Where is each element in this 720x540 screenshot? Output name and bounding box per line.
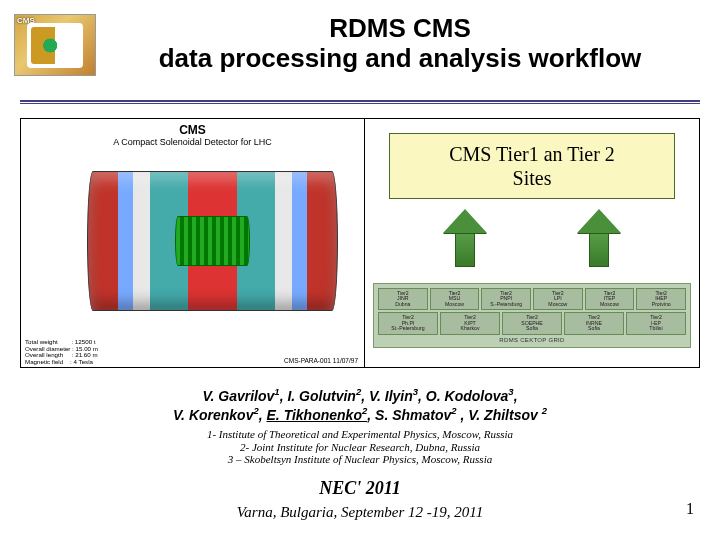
cms-logo: CMS bbox=[14, 14, 96, 76]
affiliations: 1- Institute of Theoretical and Experime… bbox=[40, 428, 680, 466]
detector-meta: Total weight : 12500 t Overall diameter … bbox=[25, 339, 98, 365]
tier-grid: Tier2 JINR DubnaTier2 MSU MoscowTier2 PN… bbox=[373, 283, 691, 348]
detector-figure: CMS A Compact Solenoidal Detector for LH… bbox=[20, 118, 365, 368]
arrow-up-icon bbox=[577, 209, 621, 267]
title-underline bbox=[20, 100, 700, 104]
venue: Varna, Bulgaria, September 12 -19, 2011 bbox=[0, 504, 720, 521]
title-line-2: data processing and analysis workflow bbox=[100, 44, 700, 74]
detector-cylinder-icon bbox=[87, 171, 338, 311]
arrow-up-icon bbox=[443, 209, 487, 267]
tier-cell: Tier2 Ph.PI St.-Petersburg bbox=[378, 312, 438, 334]
tier-box-line1: CMS Tier1 an Tier 2 bbox=[396, 142, 668, 166]
slide: CMS RDMS CMS data processing and analysi… bbox=[0, 0, 720, 540]
affil-3: 3 – Skobeltsyn Institute of Nuclear Phys… bbox=[40, 453, 680, 466]
content-row: CMS A Compact Solenoidal Detector for LH… bbox=[20, 118, 700, 368]
affil-1: 1- Institute of Theoretical and Experime… bbox=[40, 428, 680, 441]
page-number: 1 bbox=[686, 500, 694, 518]
tier-grid-label: RDMS CEKTOP GRID bbox=[378, 337, 686, 343]
authors: V. Gavrilov1, I. Golutvin2, V. Ilyin3, O… bbox=[40, 386, 680, 424]
tier-box: CMS Tier1 an Tier 2 Sites bbox=[389, 133, 675, 199]
tier-cell: Tier2 IHEP Protvino bbox=[636, 288, 686, 310]
tier-cell: Tier2 LPI Moscow bbox=[533, 288, 583, 310]
arrows bbox=[365, 209, 699, 279]
detector-heading: CMS bbox=[27, 123, 358, 137]
tier-cell: Tier2 I-EP Tbilisi bbox=[626, 312, 686, 334]
conference: NEC' 2011 bbox=[0, 478, 720, 499]
detector-id: CMS-PARA-001 11/07/97 bbox=[284, 357, 358, 364]
tier-cell: Tier2 SOEPHE Sofia bbox=[502, 312, 562, 334]
detector-illustration bbox=[27, 151, 358, 331]
title-block: RDMS CMS data processing and analysis wo… bbox=[100, 14, 700, 74]
title-line-1: RDMS CMS bbox=[100, 14, 700, 44]
affil-2: 2- Joint Institute for Nuclear Research,… bbox=[40, 441, 680, 454]
tier-cell: Tier2 KIPT Kharkov bbox=[440, 312, 500, 334]
tier-cell: Tier2 ITEP Moscow bbox=[585, 288, 635, 310]
tier-cell: Tier2 PNPI S.-Petersburg bbox=[481, 288, 531, 310]
tier-cell: Tier2 INRNE Sofia bbox=[564, 312, 624, 334]
tier-cell: Tier2 MSU Moscow bbox=[430, 288, 480, 310]
tier-cell: Tier2 JINR Dubna bbox=[378, 288, 428, 310]
detector-subheading: A Compact Solenoidal Detector for LHC bbox=[27, 137, 358, 147]
tier-panel: CMS Tier1 an Tier 2 Sites Tier2 JINR Dub… bbox=[364, 118, 700, 368]
tier-box-line2: Sites bbox=[396, 166, 668, 190]
